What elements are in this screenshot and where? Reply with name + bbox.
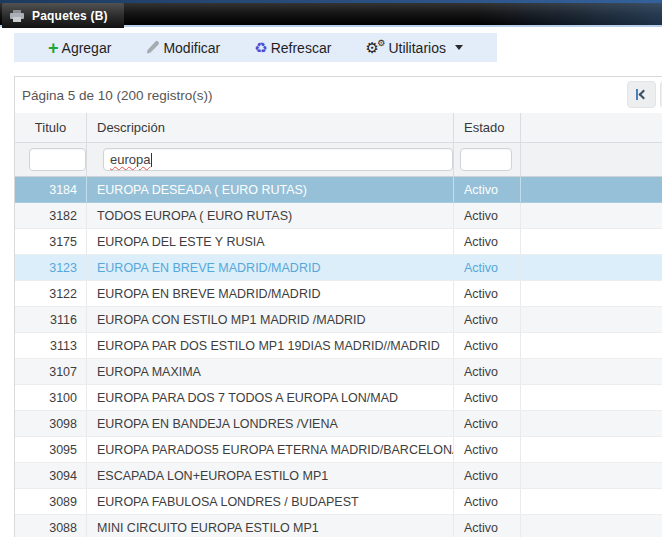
plus-icon: + [48, 41, 59, 55]
table-row[interactable]: 3184 EUROPA DESEADA ( EURO RUTAS) Activo [15, 177, 662, 203]
cell-titulo: 3182 [15, 203, 87, 228]
toolbar: +Agregar Modificar ♻ Refrescar ⚙⚙ Utilit… [14, 33, 497, 62]
cell-titulo: 3175 [15, 229, 87, 254]
cell-descripcion: EUROPA PARA DOS 7 TODOS A EUROPA LON/MAD [87, 385, 454, 410]
table-header-row: Titulo Descripción Estado [15, 113, 662, 143]
cell-estado: Activo [454, 203, 521, 228]
table-row[interactable]: 3088 MINI CIRCUITO EUROPA ESTILO MP1 Act… [15, 515, 662, 537]
table-row[interactable]: 3122 EUROPA EN BREVE MADRID/MADRID Activ… [15, 281, 662, 307]
table-row[interactable]: 3113 EUROPA PAR DOS ESTILO MP1 19DIAS MA… [15, 333, 662, 359]
utilities-dropdown-button[interactable]: ⚙⚙ Utilitarios [365, 40, 463, 56]
cell-titulo: 3123 [15, 255, 87, 280]
cell-titulo: 3113 [15, 333, 87, 358]
add-button-label: Agregar [62, 41, 112, 55]
cell-descripcion: ESCAPADA LON+EUROPA ESTILO MP1 [87, 463, 454, 488]
table-row[interactable]: 3182 TODOS EUROPA ( EURO RUTAS) Activo [15, 203, 662, 229]
recycle-icon: ♻ [254, 41, 267, 55]
cell-descripcion: EUROPA EN BANDEJA LONDRES /VIENA [87, 411, 454, 436]
cell-descripcion: EUROPA EN BREVE MADRID/MADRID [87, 255, 454, 280]
cell-titulo: 3107 [15, 359, 87, 384]
cell-titulo: 3098 [15, 411, 87, 436]
cell-descripcion: EUROPA DEL ESTE Y RUSIA [87, 229, 454, 254]
cell-titulo: 3094 [15, 463, 87, 488]
cell-extra [521, 411, 662, 436]
estado-filter-input[interactable] [460, 148, 512, 171]
cell-titulo: 3122 [15, 281, 87, 306]
cell-estado: Activo [454, 229, 521, 254]
cell-estado: Activo [454, 333, 521, 358]
column-header-extra [521, 113, 662, 142]
table-row[interactable]: 3107 EUROPA MAXIMA Activo [15, 359, 662, 385]
pagination-bar: Página 5 de 10 (200 registro(s)) [15, 77, 662, 113]
cell-estado: Activo [454, 255, 521, 280]
cell-estado: Activo [454, 385, 521, 410]
modify-button-label: Modificar [163, 41, 220, 55]
cell-descripcion: EUROPA PAR DOS ESTILO MP1 19DIAS MADRID/… [87, 333, 454, 358]
refresh-button-label: Refrescar [271, 41, 332, 55]
table-row[interactable]: 3095 EUROPA PARADOS5 EUROPA ETERNA MADRI… [15, 437, 662, 463]
table-row[interactable]: 3175 EUROPA DEL ESTE Y RUSIA Activo [15, 229, 662, 255]
utilities-button-label: Utilitarios [388, 41, 446, 55]
cell-estado: Activo [454, 489, 521, 514]
cell-estado: Activo [454, 463, 521, 488]
refresh-button[interactable]: ♻ Refrescar [254, 41, 331, 55]
table-row[interactable]: 3094 ESCAPADA LON+EUROPA ESTILO MP1 Acti… [15, 463, 662, 489]
cell-estado: Activo [454, 177, 521, 202]
cell-titulo: 3184 [15, 177, 87, 202]
cell-descripcion: MINI CIRCUITO EUROPA ESTILO MP1 [87, 515, 454, 537]
cell-extra [521, 359, 662, 384]
cell-estado: Activo [454, 411, 521, 436]
cell-descripcion: EUROPA FABULOSA LONDRES / BUDAPEST [87, 489, 454, 514]
cell-extra [521, 203, 662, 228]
column-header-descripcion[interactable]: Descripción [87, 113, 454, 142]
text-cursor [151, 153, 152, 167]
table-body: 3184 EUROPA DESEADA ( EURO RUTAS) Activo… [15, 177, 662, 537]
cell-extra [521, 229, 662, 254]
chevron-down-icon [455, 45, 463, 50]
cell-estado: Activo [454, 307, 521, 332]
first-page-button[interactable] [627, 81, 656, 108]
cell-titulo: 3095 [15, 437, 87, 462]
table-filter-row: europa [15, 143, 662, 177]
window-title: Paquetes (B) [32, 9, 108, 23]
titulo-filter-input[interactable] [29, 148, 86, 171]
table-row[interactable]: 3098 EUROPA EN BANDEJA LONDRES /VIENA Ac… [15, 411, 662, 437]
cell-descripcion: EUROPA PARADOS5 EUROPA ETERNA MADRID/BAR… [87, 437, 454, 462]
pencil-icon [145, 40, 160, 55]
column-header-estado[interactable]: Estado [454, 113, 521, 142]
cell-extra [521, 281, 662, 306]
cell-descripcion: EUROPA CON ESTILO MP1 MADRID /MADRID [87, 307, 454, 332]
cell-titulo: 3100 [15, 385, 87, 410]
cell-extra [521, 385, 662, 410]
data-grid: Página 5 de 10 (200 registro(s)) Titulo … [14, 76, 662, 537]
cell-extra [521, 333, 662, 358]
add-button[interactable]: +Agregar [48, 41, 111, 55]
cell-descripcion: EUROPA EN BREVE MADRID/MADRID [87, 281, 454, 306]
table-row[interactable]: 3116 EUROPA CON ESTILO MP1 MADRID /MADRI… [15, 307, 662, 333]
pagination-summary: Página 5 de 10 (200 registro(s)) [22, 88, 213, 103]
app-icon [10, 10, 24, 22]
cell-descripcion: TODOS EUROPA ( EURO RUTAS) [87, 203, 454, 228]
cell-extra [521, 255, 662, 280]
window-titlebar: Paquetes (B) [0, 0, 662, 27]
cell-extra [521, 437, 662, 462]
descripcion-filter-input[interactable]: europa [103, 148, 453, 171]
cell-descripcion: EUROPA DESEADA ( EURO RUTAS) [87, 177, 454, 202]
cell-estado: Activo [454, 515, 521, 537]
table-row[interactable]: 3100 EUROPA PARA DOS 7 TODOS A EUROPA LO… [15, 385, 662, 411]
cell-estado: Activo [454, 359, 521, 384]
gears-icon: ⚙⚙ [365, 40, 385, 56]
column-header-titulo[interactable]: Titulo [15, 113, 87, 142]
cell-titulo: 3089 [15, 489, 87, 514]
cell-extra [521, 463, 662, 488]
cell-titulo: 3116 [15, 307, 87, 332]
table-row[interactable]: 3123 EUROPA EN BREVE MADRID/MADRID Activ… [15, 255, 662, 281]
window-tab[interactable]: Paquetes (B) [2, 3, 124, 28]
cell-titulo: 3088 [15, 515, 87, 537]
cell-extra [521, 177, 662, 202]
cell-estado: Activo [454, 437, 521, 462]
modify-button[interactable]: Modificar [145, 40, 220, 55]
cell-descripcion: EUROPA MAXIMA [87, 359, 454, 384]
table-row[interactable]: 3089 EUROPA FABULOSA LONDRES / BUDAPEST … [15, 489, 662, 515]
descripcion-filter-value: europa [110, 152, 150, 167]
